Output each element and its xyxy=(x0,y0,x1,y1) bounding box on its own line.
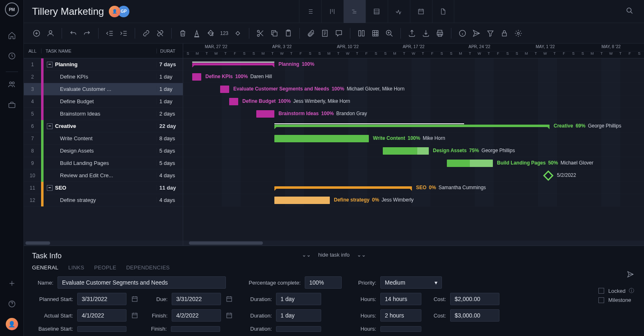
delete-icon[interactable] xyxy=(177,27,189,39)
redo-icon[interactable] xyxy=(81,27,93,39)
info-icon[interactable] xyxy=(456,27,469,39)
gantt-scrollbar[interactable] xyxy=(183,241,644,246)
col-duration[interactable]: DURAT xyxy=(156,49,183,53)
milestone-diamond[interactable] xyxy=(543,170,553,181)
table-row[interactable]: 9 Build Landing Pages 5 days xyxy=(24,157,183,169)
board-view-icon[interactable] xyxy=(321,0,343,23)
calendar-icon[interactable] xyxy=(225,311,233,320)
table-row[interactable]: 7 Write Content 8 days xyxy=(24,132,183,145)
attachment-icon[interactable] xyxy=(305,27,317,39)
help-icon[interactable] xyxy=(5,297,18,311)
gantt-bar[interactable] xyxy=(192,63,274,65)
planned-start-input[interactable]: 3/31/2022 xyxy=(77,293,126,305)
hide-task-info[interactable]: ⌄⌄ hide task info ⌄⌄ xyxy=(302,252,366,258)
duration-baseline-input[interactable] xyxy=(276,326,321,332)
copy-icon[interactable] xyxy=(268,27,281,39)
app-logo[interactable]: PM xyxy=(5,2,19,16)
settings-icon[interactable] xyxy=(512,27,524,39)
avatar[interactable]: 👤 xyxy=(109,6,120,17)
sheet-view-icon[interactable] xyxy=(366,0,388,23)
table-row[interactable]: 4 Define Budget 1 day xyxy=(24,95,183,108)
notes-icon[interactable] xyxy=(319,27,331,39)
locked-checkbox[interactable]: Locked ⓘ xyxy=(598,287,634,294)
text-color-icon[interactable] xyxy=(191,27,203,39)
team-icon[interactable] xyxy=(5,78,18,91)
gantt-bar[interactable] xyxy=(256,110,274,118)
col-all[interactable]: ALL xyxy=(24,49,41,53)
send-icon[interactable] xyxy=(470,27,483,39)
name-input[interactable]: Evaluate Customer Segments and Needs xyxy=(58,276,226,289)
send-icon[interactable] xyxy=(627,271,634,279)
col-name[interactable]: TASK NAME xyxy=(41,49,156,53)
collapse-icon[interactable]: − xyxy=(47,123,53,129)
table-row[interactable]: 12 Define strategy 4 days xyxy=(24,194,183,206)
gantt-bar[interactable] xyxy=(220,86,229,93)
milestone-icon[interactable] xyxy=(232,27,244,39)
priority-select[interactable]: Medium▾ xyxy=(380,276,442,289)
home-icon[interactable] xyxy=(5,29,18,42)
gantt-bar[interactable] xyxy=(229,98,238,105)
gantt-bar[interactable] xyxy=(447,160,493,167)
tab-general[interactable]: GENERAL xyxy=(32,264,58,271)
gantt-bar[interactable] xyxy=(274,197,330,204)
info-icon[interactable]: ⓘ xyxy=(629,287,634,294)
undo-icon[interactable] xyxy=(67,27,79,39)
outdent-icon[interactable] xyxy=(104,27,116,39)
gantt-bar[interactable] xyxy=(274,135,369,142)
unlink-icon[interactable] xyxy=(154,27,166,39)
table-row[interactable]: 8 Design Assets 5 days xyxy=(24,145,183,157)
milestone-checkbox[interactable]: Milestone xyxy=(598,297,634,303)
files-view-icon[interactable] xyxy=(432,0,454,23)
cut-icon[interactable] xyxy=(254,27,267,39)
cost-actual-input[interactable]: $3,000.00 xyxy=(450,309,499,322)
list-view-icon[interactable] xyxy=(299,0,321,23)
baseline-finish-input[interactable] xyxy=(171,326,220,332)
user-avatar[interactable]: 👤 xyxy=(6,318,18,330)
grid-scrollbar[interactable] xyxy=(24,241,183,246)
table-row[interactable]: 6 −Creative 22 day xyxy=(24,120,183,132)
add-icon[interactable] xyxy=(5,277,18,290)
baseline-start-input[interactable] xyxy=(77,326,126,332)
gantt-bar[interactable] xyxy=(274,125,550,127)
table-row[interactable]: 3 Evaluate Customer ... 1 day xyxy=(24,83,183,95)
collapse-icon[interactable]: − xyxy=(47,185,53,191)
table-row[interactable]: 1 −Planning 7 days xyxy=(24,58,183,71)
indent-icon[interactable] xyxy=(117,27,130,39)
filter-icon[interactable] xyxy=(484,27,497,39)
duration-actual-input[interactable]: 1 day xyxy=(276,309,321,322)
briefcase-icon[interactable] xyxy=(5,98,18,111)
table-row[interactable]: 2 Define KPIs 1 day xyxy=(24,71,183,83)
comment-icon[interactable] xyxy=(333,27,345,39)
cost-input[interactable]: $2,000.00 xyxy=(450,293,499,305)
actual-start-input[interactable]: 4/1/2022 xyxy=(77,309,126,322)
collapse-icon[interactable]: − xyxy=(47,62,53,67)
duration-input[interactable]: 1 day xyxy=(276,293,321,305)
gantt-bar[interactable] xyxy=(192,73,201,81)
dashboard-view-icon[interactable] xyxy=(388,0,410,23)
project-avatars[interactable]: 👤 GP xyxy=(111,6,129,17)
table-row[interactable]: 10 Review and Edit Cre... 4 days xyxy=(24,169,183,182)
search-icon[interactable] xyxy=(623,7,636,16)
paste-icon[interactable] xyxy=(282,27,294,39)
calendar-icon[interactable] xyxy=(131,295,139,303)
gantt-bar[interactable] xyxy=(274,186,412,189)
gantt-view-icon[interactable] xyxy=(343,0,366,23)
tab-links[interactable]: LINKS xyxy=(68,264,84,271)
zoom-icon[interactable] xyxy=(383,27,396,39)
table-row[interactable]: 11 −SEO 11 day xyxy=(24,182,183,194)
grid-icon[interactable] xyxy=(369,27,382,39)
calendar-view-icon[interactable] xyxy=(410,0,432,23)
assign-icon[interactable] xyxy=(44,27,57,39)
calendar-icon[interactable] xyxy=(225,295,233,303)
export-icon[interactable] xyxy=(406,27,418,39)
fill-icon[interactable] xyxy=(205,27,217,39)
hours-actual-input[interactable]: 2 hours xyxy=(380,309,421,322)
due-input[interactable]: 3/31/2022 xyxy=(172,293,221,305)
finish-input[interactable]: 4/2/2022 xyxy=(172,309,221,322)
print-icon[interactable] xyxy=(434,27,446,39)
pct-input[interactable]: 100% xyxy=(305,276,342,289)
calendar-icon[interactable] xyxy=(131,311,139,320)
tab-dependencies[interactable]: DEPENDENCIES xyxy=(126,264,170,271)
tab-people[interactable]: PEOPLE xyxy=(94,264,116,271)
hours-baseline-input[interactable] xyxy=(380,326,421,332)
